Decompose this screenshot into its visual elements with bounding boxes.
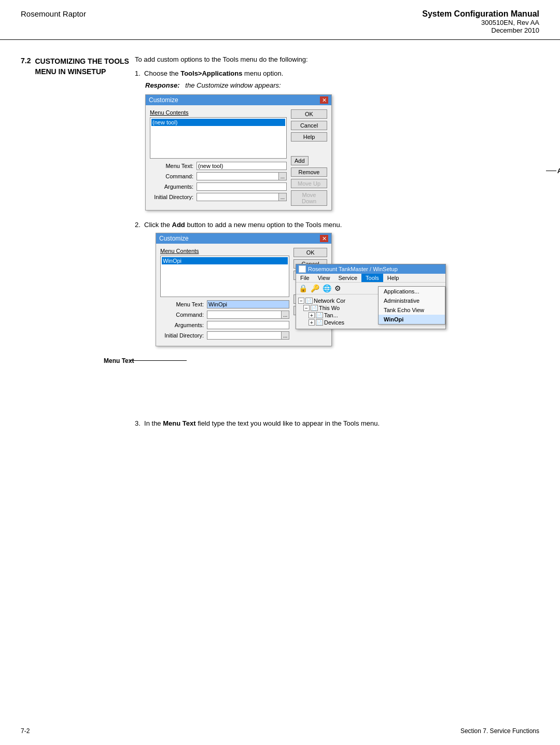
- tm-menu-file[interactable]: File: [296, 274, 314, 282]
- tree-label-tan: Tan...: [324, 312, 338, 318]
- expand-icon-tan[interactable]: +: [309, 312, 315, 318]
- form-label-menu-text-1: Menu Text:: [150, 163, 197, 169]
- initial-dir-browse-btn-1[interactable]: ...: [279, 193, 287, 201]
- response-label: Response:: [145, 81, 179, 89]
- move-down-button-1[interactable]: Move Down: [291, 190, 327, 206]
- response-content: the Customize window appears:: [185, 81, 281, 89]
- menu-list-2[interactable]: WinOpi: [160, 256, 289, 297]
- tm-menu-help[interactable]: Help: [383, 274, 403, 282]
- command-browse-btn-2[interactable]: ...: [282, 311, 289, 319]
- help-button-1[interactable]: Help: [291, 132, 327, 142]
- section-title: CUSTOMIZING THE TOOLS MENU IN WINSETUP: [35, 57, 135, 77]
- initial-dir-input-group-1: ...: [197, 193, 287, 201]
- command-input-2[interactable]: [207, 311, 282, 319]
- move-up-button-1[interactable]: Move Up: [291, 179, 327, 188]
- arguments-input-1[interactable]: [197, 182, 287, 191]
- section-number: 7.2: [21, 57, 31, 65]
- form-label-menu-text-2: Menu Text:: [160, 301, 207, 307]
- menu-item-winopi[interactable]: WinOpi: [162, 257, 288, 264]
- page-icon-tan: 📄: [316, 312, 323, 318]
- form-label-arguments-1: Arguments:: [150, 184, 197, 190]
- cancel-button-1[interactable]: Cancel: [291, 121, 327, 130]
- form-row-initial-dir-1: Initial Directory: ...: [150, 193, 287, 201]
- form-row-initial-dir-2: Initial Directory: ...: [160, 331, 289, 340]
- step-3-text: 3. In the Menu Text field type the text …: [135, 419, 539, 427]
- tree-label-thiswo: This Wo: [319, 305, 340, 311]
- expand-icon-network[interactable]: −: [298, 298, 304, 304]
- tm-menubar: File View Service Tools Help: [296, 274, 445, 283]
- tm-menu-tools[interactable]: Tools: [361, 274, 383, 282]
- form-row-command-2: Command: ...: [160, 311, 289, 319]
- tm-menu-service[interactable]: Service: [334, 274, 361, 282]
- footer-page-number: 7-2: [21, 727, 30, 735]
- step-2-windows: Customize ✕ Menu Contents WinOpi: [145, 233, 539, 409]
- customize-window-1: Customize ✕ Menu Contents (new tool): [135, 94, 539, 210]
- response-text: Response: the Customize window appears:: [145, 81, 539, 89]
- ok-button-1[interactable]: OK: [291, 109, 327, 119]
- step-2-text: 2. Click the Add button to add a new men…: [135, 221, 539, 229]
- initial-dir-input-2[interactable]: [207, 331, 282, 340]
- window-left-panel-1: Menu Contents (new tool) Menu Text:: [150, 109, 287, 206]
- tm-menu-view[interactable]: View: [314, 274, 334, 282]
- key-icon: 🔑: [311, 284, 319, 292]
- menu-text-annotation: Menu Text: [104, 357, 134, 364]
- command-input-group-1: ...: [197, 172, 287, 180]
- annotation-line: [130, 360, 187, 361]
- arguments-input-2[interactable]: [207, 321, 289, 329]
- step-1: 1. Choose the Tools>Applications menu op…: [135, 69, 539, 210]
- command-input-1[interactable]: [197, 172, 279, 180]
- menu-item-new-tool[interactable]: (new tool): [151, 119, 285, 126]
- expand-icon-thiswo[interactable]: −: [303, 305, 310, 311]
- section-body: To add custom options to the Tools menu …: [135, 55, 539, 438]
- add-label-text: Add: [557, 167, 560, 175]
- tm-titlebar: Rosemount TankMaster / WinSetup: [296, 264, 445, 274]
- menu-text-input-1[interactable]: [197, 162, 287, 170]
- menu-contents-label-2: Menu Contents: [160, 248, 289, 254]
- form-fields-2: Menu Text: Command: ...: [160, 300, 289, 340]
- add-button-1[interactable]: Add: [291, 156, 309, 165]
- form-row-arguments-1: Arguments:: [150, 182, 287, 191]
- window-title-1: Customize: [149, 96, 178, 104]
- config-icon: ⚙: [334, 284, 341, 292]
- initial-dir-input-1[interactable]: [197, 193, 279, 201]
- tools-item-administrative[interactable]: Administrative: [379, 296, 445, 305]
- form-row-menu-text-1: Menu Text:: [150, 162, 287, 170]
- tree-label-devices: Devices: [324, 319, 344, 326]
- step-2: 2. Click the Add button to add a new men…: [135, 221, 539, 409]
- step-1-text: 1. Choose the Tools>Applications menu op…: [135, 69, 539, 77]
- lock-icon: 🔒: [299, 284, 307, 292]
- window-close-btn-1[interactable]: ✕: [320, 96, 328, 104]
- step-2-num: 2. Click the: [135, 221, 172, 229]
- remove-button-1[interactable]: Remove: [291, 167, 327, 177]
- step-3-num: 3. In the: [135, 419, 163, 427]
- window-close-btn-2[interactable]: ✕: [320, 235, 328, 242]
- command-browse-btn-1[interactable]: ...: [279, 172, 287, 180]
- form-fields-1: Menu Text: Command: ...: [150, 162, 287, 201]
- step-2-bold: Add: [172, 221, 185, 229]
- tools-item-winopi[interactable]: WinOpi: [379, 315, 445, 324]
- form-label-arguments-2: Arguments:: [160, 322, 207, 328]
- step-1-bold: Tools>Applications: [180, 69, 242, 77]
- tankmaster-window: Rosemount TankMaster / WinSetup File Vie…: [296, 264, 446, 329]
- step-1-post: menu option.: [242, 69, 283, 77]
- tools-item-applications[interactable]: Applications...: [379, 287, 445, 296]
- step-3: 3. In the Menu Text field type the text …: [135, 419, 539, 427]
- tools-item-tank-echo[interactable]: Tank Echo View: [379, 305, 445, 315]
- menu-text-annotation-label: Menu Text: [104, 357, 134, 364]
- expand-icon-devices[interactable]: +: [309, 319, 315, 326]
- form-label-command-1: Command:: [150, 173, 197, 179]
- menu-list-1[interactable]: (new tool): [150, 117, 287, 159]
- window-left-panel-2: Menu Contents WinOpi Menu Text:: [160, 248, 289, 342]
- section-heading: 7.2 CUSTOMIZING THE TOOLS MENU IN WINSET…: [21, 55, 135, 438]
- tools-dropdown: Applications... Administrative Tank Echo…: [378, 286, 445, 325]
- document-title-block: System Configuration Manual 300510EN, Re…: [422, 9, 539, 34]
- footer-section: Section 7. Service Functions: [460, 727, 539, 735]
- ok-button-2[interactable]: OK: [293, 248, 327, 257]
- menu-contents-label-1: Menu Contents: [150, 109, 287, 116]
- window-titlebar-1: Customize ✕: [146, 95, 331, 105]
- menu-text-input-2[interactable]: [207, 300, 289, 308]
- form-row-command-1: Command: ...: [150, 172, 287, 180]
- tree-label-network: Network Cor: [314, 298, 345, 304]
- tm-title: Rosemount TankMaster / WinSetup: [308, 266, 398, 272]
- initial-dir-browse-btn-2[interactable]: ...: [282, 331, 289, 340]
